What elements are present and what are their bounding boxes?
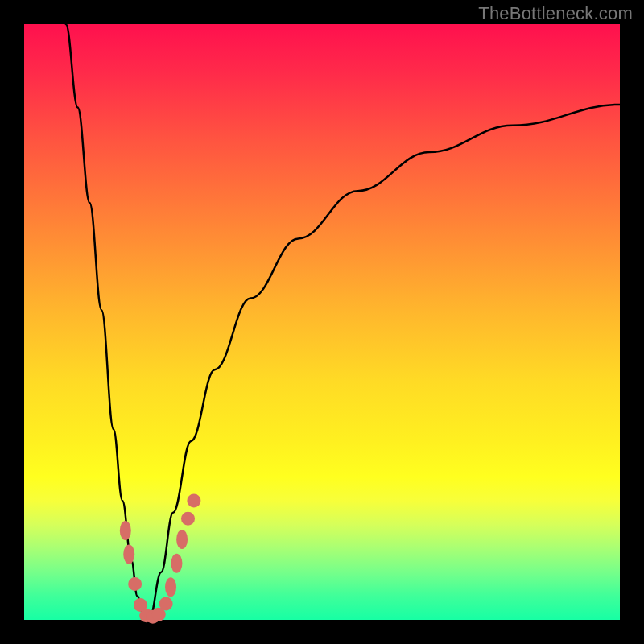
curve-left-branch <box>66 24 150 620</box>
curve-right-branch <box>149 105 620 620</box>
data-marker <box>159 597 173 611</box>
chart-plot-area <box>24 24 620 620</box>
watermark-text: TheBottleneck.com <box>478 3 633 24</box>
data-marker <box>165 577 176 597</box>
data-markers <box>120 494 201 624</box>
data-marker <box>128 577 142 591</box>
data-marker <box>171 554 182 573</box>
data-marker <box>176 530 188 549</box>
data-marker <box>181 512 195 526</box>
data-marker <box>187 494 200 508</box>
data-marker <box>120 521 131 540</box>
data-marker <box>123 545 134 564</box>
